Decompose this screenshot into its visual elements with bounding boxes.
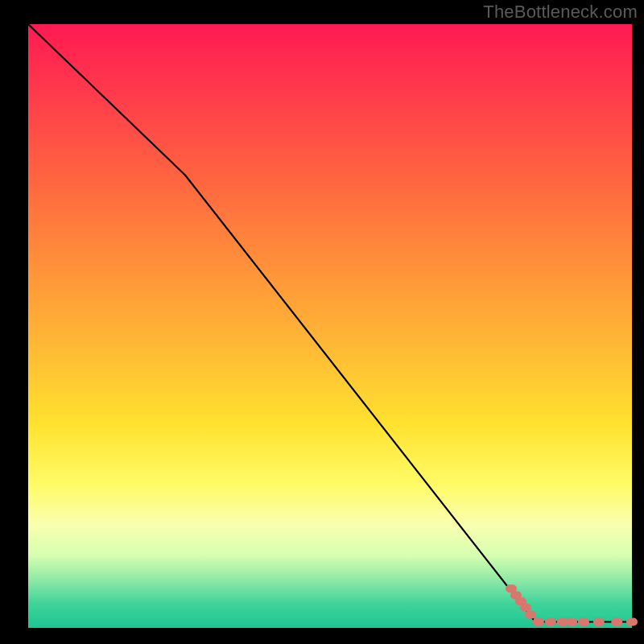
curve-line bbox=[28, 24, 632, 622]
watermark-text: TheBottleneck.com bbox=[483, 2, 638, 23]
marker-point bbox=[533, 618, 544, 626]
marker-point bbox=[578, 618, 589, 626]
marker-point bbox=[525, 611, 536, 619]
marker-point bbox=[520, 604, 531, 612]
plot-overlay bbox=[28, 24, 632, 628]
curve-markers bbox=[506, 584, 638, 625]
marker-point bbox=[611, 618, 622, 626]
marker-point bbox=[593, 618, 605, 626]
marker-point bbox=[545, 618, 556, 626]
chart-frame: TheBottleneck.com bbox=[0, 0, 644, 644]
marker-point bbox=[626, 618, 638, 626]
marker-point bbox=[566, 618, 577, 626]
